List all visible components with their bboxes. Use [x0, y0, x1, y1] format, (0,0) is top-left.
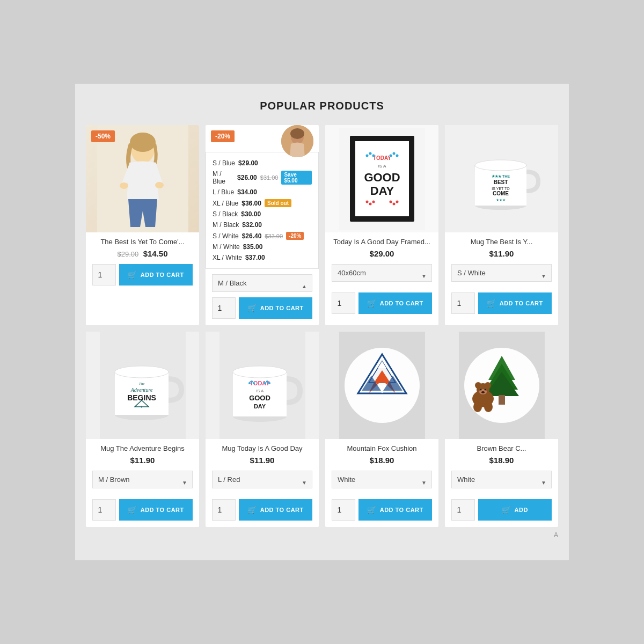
variant-select-2[interactable]: M / Black S / Blue M / Blue: [212, 274, 312, 292]
product-name-8: Brown Bear C...: [451, 444, 552, 452]
svg-point-2: [130, 133, 156, 152]
product-price-1: $29.00 $14.50: [92, 249, 193, 259]
variant-row-2: L / Blue $34.00: [213, 187, 312, 197]
price-current-1: $14.50: [143, 249, 168, 258]
svg-point-17: [372, 155, 375, 157]
product-card-3: TODAY IS A GOOD DAY: [325, 125, 438, 325]
svg-text:DAY: DAY: [253, 403, 266, 409]
product-price-6: $11.90: [212, 456, 312, 465]
size-select-5[interactable]: M / Brown S / Brown L / Brown: [92, 471, 193, 488]
svg-point-81: [480, 389, 481, 391]
svg-text:IS A: IS A: [378, 164, 386, 169]
svg-point-21: [365, 201, 368, 203]
svg-point-3: [120, 182, 128, 189]
product-image-3: TODAY IS A GOOD DAY: [325, 125, 438, 232]
product-name-7: Mountain Fox Cushion: [332, 444, 432, 452]
cart-row-4: 🛒 ADD TO CART: [451, 292, 552, 314]
qty-input-5[interactable]: [92, 499, 116, 521]
qty-input-6[interactable]: [212, 499, 236, 521]
product-info-5: Mug The Adventure Begins $11.90 M / Brow…: [86, 439, 199, 527]
size-select-3[interactable]: 40x60cm 30x40cm 50x70cm: [332, 264, 432, 282]
size-select-4[interactable]: S / White M / White L / White: [451, 264, 552, 282]
select-wrapper-2: M / Black S / Blue M / Blue: [212, 274, 312, 297]
variant-row-4: S / Black $30.00: [213, 209, 312, 219]
product-name-1: The Best Is Yet To Come'...: [92, 238, 193, 246]
svg-text:★★★: ★★★: [496, 198, 506, 202]
product-info-3: Today Is A Good Day Framed... $29.00 40x…: [325, 232, 438, 325]
cart-icon-5: 🛒: [128, 506, 137, 514]
svg-point-54: [251, 380, 253, 383]
svg-text:DAY: DAY: [370, 184, 394, 197]
add-to-cart-btn-5[interactable]: 🛒 ADD TO CART: [119, 499, 193, 521]
qty-input-8[interactable]: [451, 499, 475, 521]
variant-row-6: S / White $26.40 $33.00 -20%: [213, 230, 312, 241]
product-image-4: ★★★ THE BEST IS YET TO COME ★★★: [445, 125, 558, 232]
svg-point-15: [365, 155, 368, 157]
variant-row-3: XL / Blue $36.00 Sold out: [213, 197, 312, 209]
cart-row-7: 🛒 ADD TO CART: [332, 499, 432, 521]
qty-input-3[interactable]: [332, 292, 355, 314]
add-to-cart-btn-4[interactable]: 🛒 ADD TO CART: [478, 292, 552, 314]
variant-list: S / Blue $29.00 M / Blue $26.00 $31.00 S…: [206, 152, 319, 269]
qty-input-2[interactable]: [212, 297, 236, 319]
price-current-3: $29.00: [370, 249, 394, 258]
product-info-1: The Best Is Yet To Come'... $29.00 $14.5…: [86, 232, 199, 325]
product-name-5: Mug The Adventure Begins: [92, 444, 193, 452]
svg-text:The: The: [138, 382, 144, 386]
product-name-4: Mug The Best Is Y...: [451, 238, 552, 246]
add-to-cart-btn-1[interactable]: 🛒 ADD TO CART: [119, 264, 193, 286]
cushion-bear-image: [459, 332, 545, 439]
cart-icon-1: 🛒: [128, 270, 137, 279]
product-name-3: Today Is A Good Day Framed...: [332, 238, 432, 246]
product-price-4: $11.90: [451, 249, 552, 259]
poster-image: TODAY IS A GOOD DAY: [339, 128, 425, 230]
add-to-cart-btn-8[interactable]: 🛒 ADD: [478, 499, 552, 521]
add-to-cart-btn-6[interactable]: 🛒 ADD TO CART: [239, 499, 312, 521]
avatar-thumbnail: [281, 125, 313, 157]
cart-icon-3: 🛒: [367, 299, 377, 308]
color-select-8[interactable]: White Grey: [451, 471, 552, 488]
svg-point-18: [389, 155, 392, 157]
svg-point-30: [475, 160, 526, 171]
svg-text:BEST: BEST: [493, 179, 508, 185]
variant-row-1: M / Blue $26.00 $31.00 Save $5.00: [213, 169, 312, 187]
qty-input-1[interactable]: [92, 264, 116, 286]
product-image-6: TODAY IS A GOOD DAY: [206, 332, 319, 439]
add-to-cart-btn-2[interactable]: 🛒 ADD TO CART: [239, 297, 312, 319]
svg-point-48: [233, 366, 287, 378]
size-select-6[interactable]: L / Red S / Red M / Red: [212, 471, 312, 488]
product-card-1: -50%: [86, 125, 199, 325]
svg-text:COME: COME: [493, 191, 509, 196]
qty-input-7[interactable]: [332, 499, 355, 521]
product-price-3: $29.00: [332, 249, 432, 259]
svg-point-4: [155, 182, 164, 188]
product-image-7: [325, 332, 438, 439]
svg-text:GOOD: GOOD: [364, 171, 400, 184]
bottom-label: A: [86, 531, 558, 539]
products-grid-row2: The Adventure BEGINS Mug The Adventure B…: [86, 332, 558, 527]
svg-point-20: [396, 155, 398, 157]
product-image-8: [445, 332, 558, 439]
cushion-fox-image: [339, 332, 425, 439]
svg-point-83: [481, 391, 485, 393]
svg-point-60: [345, 348, 420, 423]
svg-point-78: [475, 382, 481, 389]
add-to-cart-btn-3[interactable]: 🛒 ADD TO CART: [358, 292, 432, 314]
add-to-cart-btn-7[interactable]: 🛒 ADD TO CART: [358, 499, 432, 521]
product-card-5: The Adventure BEGINS Mug The Adventure B…: [86, 332, 199, 527]
svg-point-53: [248, 382, 251, 384]
mug-best-image: ★★★ THE BEST IS YET TO COME ★★★: [459, 128, 545, 230]
cart-icon-7: 🛒: [367, 506, 377, 514]
svg-point-24: [389, 201, 392, 203]
variant-row-5: M / Black $32.00: [213, 219, 312, 230]
color-select-7[interactable]: White Grey: [332, 471, 432, 488]
svg-point-85: [484, 401, 493, 412]
product-info-8: Brown Bear C... $18.90 White Grey 🛒 ADD: [445, 439, 558, 527]
page-wrapper: POPULAR PRODUCTS -50%: [75, 84, 569, 560]
variant-row-8: XL / White $37.00: [213, 252, 312, 263]
price-current-7: $18.90: [370, 456, 394, 465]
svg-text:TODAY: TODAY: [373, 155, 391, 161]
price-original-1: $29.00: [117, 250, 138, 258]
mug-adventure-image: The Adventure BEGINS: [100, 332, 186, 439]
qty-input-4[interactable]: [451, 292, 475, 314]
